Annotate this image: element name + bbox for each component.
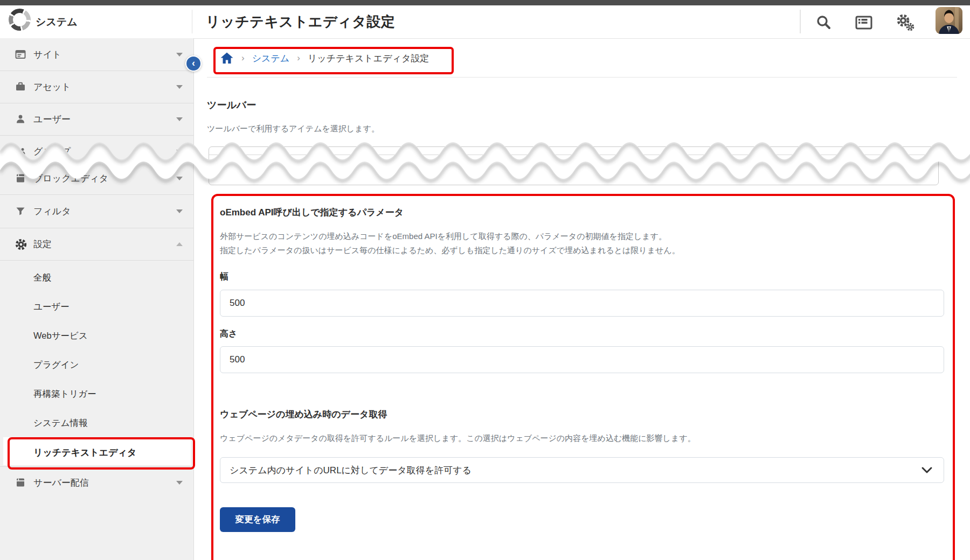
sidebar: サイト アセット ユーザー グループ ブロックエディタ フィルタ 設定 全般 ユ: [0, 38, 194, 560]
sidebar-item-server-distribution[interactable]: サーバー配信: [0, 466, 193, 499]
sidebar-item-filter[interactable]: フィルタ: [0, 194, 193, 228]
filter-icon: [15, 206, 26, 216]
chevron-down-icon: [176, 177, 183, 180]
sidebar-item-label: 設定: [33, 238, 52, 250]
chevron-down-icon: [921, 466, 933, 474]
sidebar-subitem-general[interactable]: 全般: [33, 272, 51, 284]
sidebar-item-users[interactable]: ユーザー: [0, 103, 193, 135]
height-input[interactable]: [220, 346, 944, 373]
sidebar-divider: [0, 260, 193, 261]
width-field-label: 幅: [220, 271, 228, 283]
oembed-section-description: 外部サービスのコンテンツの埋め込みコードをoEmbed APIを利用して取得する…: [220, 229, 680, 257]
oembed-section-title: oEmbed API呼び出しで指定するパラメータ: [220, 206, 404, 219]
sidebar-subitem-users[interactable]: ユーザー: [33, 301, 70, 313]
app-logo-hole: [13, 13, 26, 26]
sidebar-item-label: ブロックエディタ: [33, 172, 108, 185]
user-avatar[interactable]: [936, 7, 962, 34]
sidebar-item-label: フィルタ: [33, 205, 71, 218]
chevron-down-icon: [176, 85, 183, 89]
top-strip: [0, 0, 970, 5]
chevron-down-icon: [176, 53, 183, 57]
sidebar-subitem-rebuild-trigger[interactable]: 再構築トリガー: [33, 388, 96, 400]
sidebar-subitem-web-services[interactable]: Webサービス: [33, 330, 88, 342]
data-fetch-select[interactable]: システム内のサイトのURLに対してデータ取得を許可する: [220, 457, 944, 483]
header-divider-right: [800, 10, 801, 33]
list-window-icon[interactable]: [853, 13, 875, 32]
settings-gears-icon[interactable]: [895, 13, 916, 32]
user-icon: [15, 114, 26, 124]
sidebar-item-label: サイト: [33, 48, 61, 61]
sidebar-item-settings[interactable]: 設定: [0, 228, 193, 260]
breadcrumb: › システム › リッチテキストエディタ設定: [220, 47, 429, 69]
page-title: リッチテキストエディタ設定: [206, 12, 395, 31]
gear-icon: [15, 239, 26, 249]
data-fetch-select-value: システム内のサイトのURLに対してデータ取得を許可する: [230, 464, 472, 477]
toolbar-panel-line: [209, 155, 938, 155]
header-divider: [192, 10, 192, 33]
app-logo-icon[interactable]: [9, 9, 31, 31]
sidebar-subitem-rich-text-editor[interactable]: リッチテキストエディタ: [33, 446, 136, 459]
oembed-description-line1: 外部サービスのコンテンツの埋め込みコードをoEmbed APIを利用して取得する…: [220, 229, 680, 243]
height-field-label: 高さ: [220, 328, 237, 340]
chevron-up-icon: [176, 242, 183, 246]
briefcase-icon: [15, 81, 26, 92]
chevron-down-icon: [176, 117, 183, 121]
webpage-section-description: ウェブページのメタデータの取得を許可するルールを選択します。この選択はウェブペー…: [220, 431, 696, 445]
sidebar-item-site[interactable]: サイト: [0, 38, 193, 71]
breadcrumb-separator: ›: [297, 53, 300, 64]
breadcrumb-link-system[interactable]: システム: [252, 52, 290, 65]
sidebar-item-label: サーバー配信: [33, 477, 89, 489]
app-header: システム リッチテキストエディタ設定: [0, 5, 970, 39]
chevron-down-icon: [176, 209, 183, 213]
toolbar-section-title: ツールバー: [207, 99, 256, 111]
toolbar-items-panel[interactable]: [209, 146, 939, 185]
group-icon: [15, 146, 26, 157]
sidebar-collapse-button[interactable]: ‹: [185, 55, 202, 72]
save-button[interactable]: 変更を保存: [220, 507, 295, 532]
oembed-description-line2: 指定したパラメータの扱いはサービス毎の仕様によるため、必ずしも指定した通りのサイ…: [220, 243, 680, 257]
home-icon[interactable]: [220, 52, 234, 65]
sidebar-subitem-system-info[interactable]: システム情報: [33, 417, 88, 429]
site-window-icon: [15, 49, 26, 60]
breadcrumb-separator: ›: [241, 53, 245, 64]
app-title: システム: [36, 15, 78, 29]
chevron-down-icon: [176, 481, 183, 485]
width-input[interactable]: [220, 290, 944, 317]
toolbar-section-description: ツールバーで利用するアイテムを選択します。: [207, 124, 379, 134]
sidebar-item-block-editor[interactable]: ブロックエディタ: [0, 162, 193, 194]
breadcrumb-current: リッチテキストエディタ設定: [308, 52, 429, 65]
webpage-section-title: ウェブページの埋め込み時のデータ取得: [220, 408, 387, 421]
search-icon[interactable]: [813, 13, 834, 32]
book-icon: [15, 173, 26, 184]
sidebar-item-label: アセット: [33, 81, 71, 93]
sidebar-item-label: ユーザー: [33, 113, 71, 125]
book-icon: [15, 477, 26, 488]
sidebar-item-assets[interactable]: アセット: [0, 71, 193, 103]
sidebar-subitem-plugins[interactable]: プラグイン: [33, 359, 79, 371]
chevron-down-icon: [176, 150, 183, 153]
sidebar-item-label: グループ: [33, 145, 71, 158]
content-divider: [207, 77, 957, 78]
